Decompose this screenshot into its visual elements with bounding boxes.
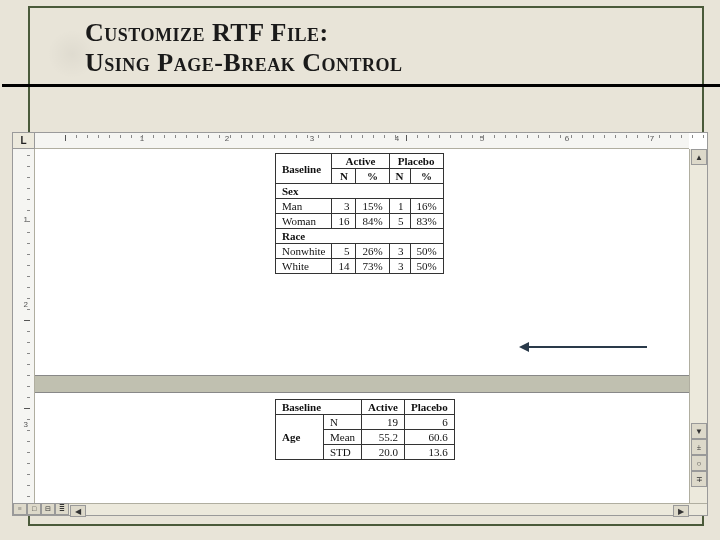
group-race: Race bbox=[276, 229, 444, 244]
table-row: Nonwhite 5 26% 3 50% bbox=[276, 244, 444, 259]
chevron-down-icon: ▼ bbox=[695, 427, 703, 436]
h-ruler-num: 6 bbox=[565, 134, 569, 143]
cell: 5 bbox=[332, 244, 356, 259]
tab-l-icon: L bbox=[20, 135, 26, 146]
chevron-right-icon: ▶ bbox=[678, 507, 684, 516]
col-n: N bbox=[332, 169, 356, 184]
table-row: Age N 19 6 bbox=[276, 415, 455, 430]
baseline-table-1: Baseline Active Placebo N % N % Sex Man … bbox=[275, 153, 444, 274]
h-ruler-num: 3 bbox=[310, 134, 314, 143]
cell: 73% bbox=[356, 259, 389, 274]
view-weblayout-icon: □ bbox=[32, 505, 36, 513]
scroll-right-button[interactable]: ▶ bbox=[673, 505, 689, 517]
tab-selector[interactable]: L bbox=[13, 133, 35, 149]
view-outline-button[interactable]: ≣ bbox=[55, 503, 69, 515]
title-line-2: Using Page-Break Control bbox=[85, 48, 702, 78]
cell: 3 bbox=[332, 199, 356, 214]
cell: 55.2 bbox=[362, 430, 405, 445]
table-row: Man 3 15% 1 16% bbox=[276, 199, 444, 214]
table-row: Baseline Active Placebo bbox=[276, 154, 444, 169]
col-active: Active bbox=[362, 400, 405, 415]
view-printlayout-icon: ⊟ bbox=[45, 505, 51, 513]
cell-label: Nonwhite bbox=[276, 244, 332, 259]
cell-label: STD bbox=[324, 445, 362, 460]
table-row: White 14 73% 3 50% bbox=[276, 259, 444, 274]
baseline-table-2: Baseline Active Placebo Age N 19 6 Mean … bbox=[275, 399, 455, 460]
chevron-up-icon: ▲ bbox=[695, 153, 703, 162]
table-row: Woman 16 84% 5 83% bbox=[276, 214, 444, 229]
cell-label: Woman bbox=[276, 214, 332, 229]
cell: 5 bbox=[389, 214, 410, 229]
cell: 16 bbox=[332, 214, 356, 229]
view-normal-icon: ≡ bbox=[18, 505, 22, 513]
v-ruler-num: 1 bbox=[24, 215, 28, 224]
col-placebo: Placebo bbox=[404, 400, 454, 415]
view-normal-button[interactable]: ≡ bbox=[13, 503, 27, 515]
slide-frame: Customize RTF File: Using Page-Break Con… bbox=[28, 6, 704, 526]
col-placebo: Placebo bbox=[389, 154, 443, 169]
cell: 60.6 bbox=[404, 430, 454, 445]
table-row: Baseline Active Placebo bbox=[276, 400, 455, 415]
v-ruler-num: 2 bbox=[24, 300, 28, 309]
title-block: Customize RTF File: Using Page-Break Con… bbox=[30, 18, 702, 78]
scroll-up-button[interactable]: ▲ bbox=[691, 149, 707, 165]
v-ruler-num: 3 bbox=[24, 420, 28, 429]
next-page-button[interactable]: ∓ bbox=[691, 471, 707, 487]
cell: 13.6 bbox=[404, 445, 454, 460]
cell: 83% bbox=[410, 214, 443, 229]
horizontal-ruler[interactable]: L 1 2 3 4 5 6 7 bbox=[35, 133, 689, 149]
document-area[interactable]: Baseline Active Placebo N % N % Sex Man … bbox=[35, 149, 689, 503]
cell: 3 bbox=[389, 259, 410, 274]
h-ruler-ticks: 1 2 3 4 5 6 7 bbox=[65, 135, 689, 147]
cell: 50% bbox=[410, 244, 443, 259]
cell: 6 bbox=[404, 415, 454, 430]
vertical-scrollbar[interactable]: ▲ ▼ ± ○ ∓ bbox=[689, 149, 707, 503]
chevron-left-icon: ◀ bbox=[75, 507, 81, 516]
scroll-left-button[interactable]: ◀ bbox=[70, 505, 86, 517]
col-active: Active bbox=[332, 154, 389, 169]
cell-label: N bbox=[324, 415, 362, 430]
col-pct: % bbox=[356, 169, 389, 184]
group-age: Age bbox=[276, 415, 324, 460]
double-up-icon: ± bbox=[697, 443, 701, 452]
title-rule bbox=[2, 84, 720, 87]
scroll-down-button[interactable]: ▼ bbox=[691, 423, 707, 439]
table-row: Race bbox=[276, 229, 444, 244]
cell: 14 bbox=[332, 259, 356, 274]
browse-object-button[interactable]: ○ bbox=[691, 455, 707, 471]
word-app-window: L 1 2 3 4 5 6 7 1 2 3 ▲ ▼ ± ○ ∓ bbox=[12, 132, 708, 516]
col-baseline: Baseline bbox=[276, 400, 362, 415]
cell-label: White bbox=[276, 259, 332, 274]
col-pct: % bbox=[410, 169, 443, 184]
cell: 50% bbox=[410, 259, 443, 274]
title-line-1: Customize RTF File: bbox=[85, 18, 702, 48]
cell: 26% bbox=[356, 244, 389, 259]
col-n: N bbox=[389, 169, 410, 184]
cell: 16% bbox=[410, 199, 443, 214]
cell: 20.0 bbox=[362, 445, 405, 460]
group-sex: Sex bbox=[276, 184, 444, 199]
cell: 3 bbox=[389, 244, 410, 259]
cell: 19 bbox=[362, 415, 405, 430]
page-break-gap bbox=[35, 375, 689, 393]
view-printlayout-button[interactable]: ⊟ bbox=[41, 503, 55, 515]
cell: 84% bbox=[356, 214, 389, 229]
cell-label: Man bbox=[276, 199, 332, 214]
prev-page-button[interactable]: ± bbox=[691, 439, 707, 455]
h-ruler-num: 7 bbox=[650, 134, 654, 143]
double-down-icon: ∓ bbox=[696, 475, 703, 484]
cell-label: Mean bbox=[324, 430, 362, 445]
table-row: Sex bbox=[276, 184, 444, 199]
col-baseline: Baseline bbox=[276, 154, 332, 184]
h-ruler-num: 2 bbox=[225, 134, 229, 143]
page-break-arrow-icon bbox=[527, 346, 647, 348]
cell: 15% bbox=[356, 199, 389, 214]
view-weblayout-button[interactable]: □ bbox=[27, 503, 41, 515]
cell: 1 bbox=[389, 199, 410, 214]
vertical-ruler[interactable]: 1 2 3 bbox=[13, 149, 35, 503]
bottom-bar: ≡ □ ⊟ ≣ ◀ ▶ bbox=[13, 503, 707, 515]
view-outline-icon: ≣ bbox=[59, 505, 65, 513]
browse-circle-icon: ○ bbox=[697, 459, 702, 468]
